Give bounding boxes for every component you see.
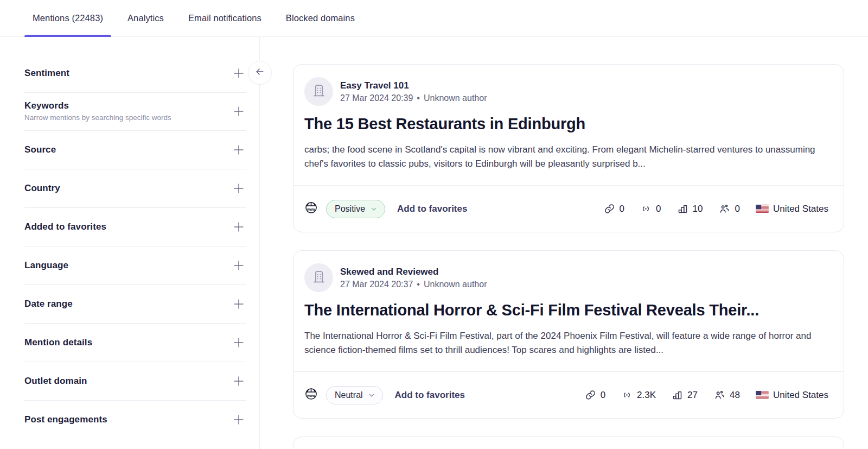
mentions-feed: Easy Travel 10127 Mar 2024 20:39•Unknown… (260, 37, 868, 449)
country-name: United States (773, 390, 828, 401)
mention-title[interactable]: The 15 Best Restaurants in Edinburgh (304, 115, 828, 133)
building-icon (311, 269, 327, 287)
mention-card: Easy Travel 10127 Mar 2024 20:39•Unknown… (293, 64, 844, 232)
collapse-sidebar-button[interactable] (248, 61, 272, 85)
sentiment-dropdown[interactable]: Neutral (326, 386, 383, 404)
chevron-down-icon (368, 391, 375, 399)
tab-blocked-domains[interactable]: Blocked domains (285, 0, 356, 36)
filter-item-post-engagements[interactable]: Post engagements (24, 401, 246, 439)
mention-author: Unknown author (424, 93, 487, 103)
filter-label: Language (24, 260, 68, 271)
filter-text: Source (24, 144, 56, 155)
add-to-favorites-button[interactable]: Add to favorites (395, 390, 465, 401)
web-globe-icon: www (304, 387, 318, 403)
plus-icon[interactable] (232, 182, 245, 195)
filter-text: Country (24, 183, 60, 194)
tab-analytics[interactable]: Analytics (126, 0, 165, 36)
filter-item-added-to-favorites[interactable]: Added to favorites (24, 208, 246, 246)
source-info: Easy Travel 10127 Mar 2024 20:39•Unknown… (340, 80, 487, 103)
signal-icon (621, 389, 633, 401)
mention-card-footer: wwwPositiveAdd to favorites00100United S… (293, 185, 844, 232)
source-name: Skewed and Reviewed (340, 267, 487, 277)
filter-item-source[interactable]: Source (24, 131, 246, 169)
metric-value: 10 (693, 204, 703, 214)
svg-text:www: www (307, 394, 316, 397)
filter-text: Language (24, 260, 68, 271)
mention-country: United States (756, 204, 828, 214)
plus-icon[interactable] (232, 259, 245, 272)
mention-meta: 27 Mar 2024 20:37•Unknown author (340, 280, 487, 289)
building-icon (311, 83, 327, 101)
filter-item-outlet-domain[interactable]: Outlet domain (24, 362, 246, 401)
plus-icon[interactable] (232, 67, 245, 80)
mention-card-main: Easy Travel 10127 Mar 2024 20:39•Unknown… (293, 65, 844, 185)
bar-chart-icon (672, 389, 683, 401)
bar-chart-icon (677, 203, 688, 214)
source-avatar (304, 77, 333, 106)
tab-mentions[interactable]: Mentions (22483) (31, 0, 104, 36)
plus-icon[interactable] (232, 298, 245, 311)
filter-label: Post engagements (24, 414, 107, 425)
country-name: United States (773, 204, 828, 214)
sentiment-dropdown[interactable]: Positive (326, 200, 385, 218)
metric-value: 0 (620, 204, 624, 214)
chevron-down-icon (370, 205, 378, 213)
plus-icon[interactable] (232, 375, 245, 388)
mention-country: United States (756, 390, 828, 401)
filter-label: Outlet domain (24, 376, 87, 387)
plus-icon[interactable] (232, 336, 245, 349)
filter-item-country[interactable]: Country (24, 169, 246, 208)
metric-reach: 2.3K (621, 389, 656, 401)
filter-text: Outlet domain (24, 376, 87, 387)
mention-meta: 27 Mar 2024 20:39•Unknown author (340, 93, 487, 103)
source-name: Easy Travel 101 (340, 80, 487, 91)
filter-item-sentiment[interactable]: Sentiment (24, 54, 246, 93)
filter-label: Mention details (24, 337, 92, 348)
meta-separator: • (417, 280, 420, 289)
arrow-left-icon (254, 66, 265, 79)
metric-value: 0 (735, 204, 739, 214)
filter-label: Added to favorites (24, 222, 106, 232)
mention-card-footer: wwwNeutralAdd to favorites02.3K2748Unite… (293, 371, 844, 418)
filter-item-keywords[interactable]: KeywordsNarrow mentions by searching spe… (24, 93, 246, 131)
source-info: Skewed and Reviewed27 Mar 2024 20:37•Unk… (340, 267, 487, 289)
metric-value: 0 (601, 390, 605, 401)
filter-text: Sentiment (24, 68, 69, 79)
plus-icon[interactable] (232, 105, 245, 118)
footer-metrics: 02.3K2748United States (585, 389, 828, 401)
filter-item-date-range[interactable]: Date range (24, 285, 246, 324)
metric-value: 2.3K (637, 390, 656, 401)
metric-links: 0 (604, 203, 624, 214)
metric-influence-score: 10 (677, 203, 703, 214)
plus-icon[interactable] (232, 413, 245, 426)
link-icon (604, 203, 615, 214)
mention-author: Unknown author (424, 280, 487, 289)
metric-reach: 0 (640, 203, 661, 214)
mention-card-main: Skewed and Reviewed27 Mar 2024 20:37•Unk… (293, 251, 844, 371)
metric-value: 0 (656, 204, 661, 214)
filter-label: Keywords (24, 100, 171, 111)
sentiment-label: Neutral (335, 390, 363, 400)
filter-item-mention-details[interactable]: Mention details (24, 324, 246, 362)
filter-label: Sentiment (24, 68, 69, 79)
sentiment-label: Positive (335, 204, 365, 214)
mention-excerpt: carbs; the food scene in Scotland's capi… (304, 143, 828, 171)
mention-timestamp: 27 Mar 2024 20:37 (340, 280, 413, 289)
plus-icon[interactable] (232, 143, 245, 156)
people-icon (713, 389, 725, 401)
tab-email-notifications[interactable]: Email notifications (187, 0, 263, 36)
meta-separator: • (417, 93, 420, 103)
tab-bar: Mentions (22483) Analytics Email notific… (0, 0, 868, 37)
filter-description: Narrow mentions by searching specific wo… (24, 113, 171, 122)
mention-title[interactable]: The International Horror & Sci-Fi Film F… (304, 301, 828, 319)
mention-card-partial (293, 437, 844, 449)
filters-sidebar: SentimentKeywordsNarrow mentions by sear… (0, 37, 260, 449)
mention-excerpt: The International Horror & Sci-Fi Film F… (304, 329, 828, 357)
filter-label: Date range (24, 299, 73, 309)
plus-icon[interactable] (232, 220, 245, 233)
add-to-favorites-button[interactable]: Add to favorites (397, 204, 467, 214)
filter-item-language[interactable]: Language (24, 246, 246, 285)
us-flag-icon (756, 205, 769, 213)
filter-text: Mention details (24, 337, 92, 348)
web-globe-icon: www (304, 201, 318, 217)
